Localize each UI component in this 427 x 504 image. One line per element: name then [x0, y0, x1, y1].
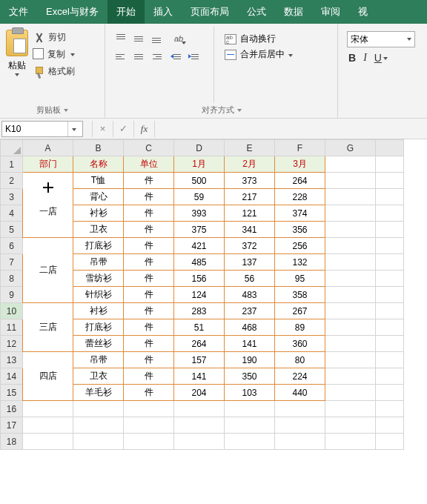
cell[interactable]: [124, 417, 174, 434]
table-header-cell[interactable]: 单位: [124, 156, 174, 173]
cell[interactable]: [275, 401, 325, 417]
row-header[interactable]: 4: [1, 205, 23, 222]
row-header[interactable]: 11: [1, 319, 23, 336]
align-left-button[interactable]: [113, 49, 129, 64]
data-cell[interactable]: 283: [174, 303, 225, 319]
data-cell[interactable]: 件: [124, 368, 174, 385]
column-header[interactable]: D: [174, 140, 225, 156]
data-cell[interactable]: 440: [275, 385, 325, 401]
data-cell[interactable]: 羊毛衫: [73, 385, 124, 401]
cell[interactable]: [325, 417, 376, 434]
cell[interactable]: [376, 401, 404, 417]
data-cell[interactable]: 件: [124, 254, 174, 271]
data-cell[interactable]: 卫衣: [73, 222, 124, 238]
cell[interactable]: [325, 156, 376, 173]
cell[interactable]: [376, 189, 404, 205]
table-header-cell[interactable]: 1月: [174, 156, 225, 173]
data-cell[interactable]: 59: [174, 189, 225, 205]
row-header[interactable]: 14: [1, 368, 23, 385]
table-header-cell[interactable]: 2月: [225, 156, 275, 173]
cell[interactable]: [376, 368, 404, 385]
data-cell[interactable]: 件: [124, 238, 174, 254]
cell[interactable]: [174, 417, 225, 434]
tab-data[interactable]: 数据: [275, 0, 312, 24]
cell[interactable]: [275, 417, 325, 434]
format-painter-button[interactable]: 格式刷: [34, 65, 75, 78]
data-cell[interactable]: 267: [275, 303, 325, 319]
tab-view[interactable]: 视: [349, 0, 377, 24]
data-cell[interactable]: 132: [275, 254, 325, 271]
data-cell[interactable]: 雪纺衫: [73, 271, 124, 287]
data-cell[interactable]: 80: [275, 352, 325, 368]
tab-file[interactable]: 文件: [0, 0, 37, 24]
data-cell[interactable]: 件: [124, 385, 174, 401]
column-header[interactable]: C: [124, 140, 174, 156]
data-cell[interactable]: 件: [124, 189, 174, 205]
data-cell[interactable]: 375: [174, 222, 225, 238]
row-header[interactable]: 16: [1, 401, 23, 417]
merge-center-button[interactable]: 合并后居中: [225, 48, 293, 61]
row-header[interactable]: 18: [1, 434, 23, 450]
row-header[interactable]: 15: [1, 385, 23, 401]
data-cell[interactable]: 204: [174, 385, 225, 401]
data-cell[interactable]: 51: [174, 319, 225, 336]
data-cell[interactable]: 件: [124, 352, 174, 368]
italic-button[interactable]: I: [363, 52, 367, 64]
data-cell[interactable]: 483: [225, 287, 275, 303]
cell[interactable]: [325, 385, 376, 401]
data-cell[interactable]: 485: [174, 254, 225, 271]
cell[interactable]: [325, 173, 376, 189]
data-cell[interactable]: 件: [124, 319, 174, 336]
cell[interactable]: [325, 271, 376, 287]
data-cell[interactable]: 件: [124, 222, 174, 238]
data-cell[interactable]: 157: [174, 352, 225, 368]
data-cell[interactable]: 228: [275, 189, 325, 205]
cell[interactable]: [325, 368, 376, 385]
data-cell[interactable]: 针织衫: [73, 287, 124, 303]
data-cell[interactable]: 264: [275, 173, 325, 189]
dept-cell[interactable]: 三店: [23, 303, 73, 352]
cell[interactable]: [23, 434, 73, 450]
data-cell[interactable]: 件: [124, 205, 174, 222]
column-header[interactable]: E: [225, 140, 275, 156]
data-cell[interactable]: 打底衫: [73, 319, 124, 336]
data-cell[interactable]: 256: [275, 238, 325, 254]
dept-cell[interactable]: 四店: [23, 352, 73, 401]
dialog-launcher-icon[interactable]: [64, 109, 68, 112]
row-header[interactable]: 1: [1, 156, 23, 173]
cell[interactable]: [325, 434, 376, 450]
row-header[interactable]: 2: [1, 173, 23, 189]
cell[interactable]: [376, 352, 404, 368]
data-cell[interactable]: 341: [225, 222, 275, 238]
cell[interactable]: [325, 319, 376, 336]
cell[interactable]: [325, 189, 376, 205]
dialog-launcher-icon[interactable]: [237, 109, 242, 112]
cell[interactable]: [325, 287, 376, 303]
data-cell[interactable]: 468: [225, 319, 275, 336]
data-cell[interactable]: 件: [124, 271, 174, 287]
row-header[interactable]: 8: [1, 271, 23, 287]
underline-button[interactable]: U: [374, 52, 382, 64]
data-cell[interactable]: 吊带: [73, 352, 124, 368]
name-box-dropdown[interactable]: [67, 122, 79, 136]
cell[interactable]: [376, 205, 404, 222]
data-cell[interactable]: 蕾丝衫: [73, 336, 124, 352]
data-cell[interactable]: 373: [225, 173, 275, 189]
row-header[interactable]: 10: [1, 303, 23, 319]
cell[interactable]: [376, 238, 404, 254]
data-cell[interactable]: 141: [225, 336, 275, 352]
name-box[interactable]: K10: [1, 121, 83, 137]
formula-input[interactable]: [154, 121, 427, 137]
cell[interactable]: [73, 417, 124, 434]
data-cell[interactable]: 衬衫: [73, 303, 124, 319]
cell[interactable]: [124, 434, 174, 450]
row-header[interactable]: 17: [1, 417, 23, 434]
align-right-button[interactable]: [148, 49, 165, 64]
tab-home[interactable]: 开始: [107, 0, 145, 24]
data-cell[interactable]: 103: [225, 385, 275, 401]
data-cell[interactable]: 95: [275, 271, 325, 287]
data-cell[interactable]: 卫衣: [73, 368, 124, 385]
data-cell[interactable]: 217: [225, 189, 275, 205]
column-header[interactable]: [376, 140, 404, 156]
cell[interactable]: [325, 205, 376, 222]
